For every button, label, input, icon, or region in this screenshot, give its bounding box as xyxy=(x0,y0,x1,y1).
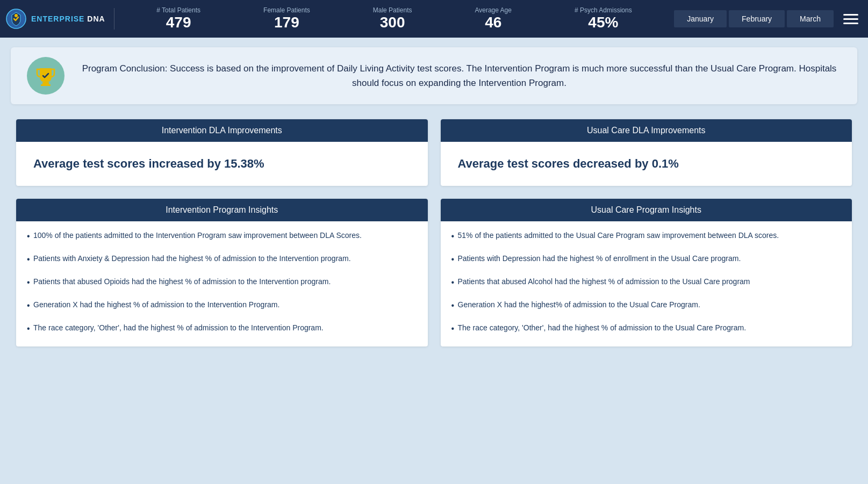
intervention-dla-value: Average test scores increased by 15.38% xyxy=(33,157,411,171)
usual-care-insight-item-5: The race category, 'Other', had the high… xyxy=(451,322,842,334)
nav-buttons: January February March xyxy=(674,10,834,27)
usual-care-insights-header: Usual Care Program Insights xyxy=(441,199,852,221)
header: ENTERPRISE DNA # Total Patients 479 Fema… xyxy=(0,0,868,38)
usual-care-insight-item-4: Generation X had the highest% of admissi… xyxy=(451,299,842,310)
usual-care-dla-value: Average test scores decreased by 0.1% xyxy=(458,157,835,171)
trophy-icon-wrap xyxy=(27,57,64,95)
hamburger-line-3 xyxy=(843,23,858,24)
stat-total-patients: # Total Patients 479 xyxy=(156,6,200,31)
logo-text: ENTERPRISE DNA xyxy=(31,15,105,23)
nav-march-button[interactable]: March xyxy=(787,10,834,27)
svg-rect-3 xyxy=(41,84,51,86)
stat-average-age: Average Age 46 xyxy=(475,6,512,31)
usual-care-dla-card: Usual Care DLA Improvements Average test… xyxy=(441,119,852,186)
stat-psych-admissions: # Psych Admissions 45% xyxy=(575,6,632,31)
hamburger-line-2 xyxy=(843,18,858,20)
intervention-dla-header: Intervention DLA Improvements xyxy=(16,119,428,142)
intervention-insight-item-5: The race category, 'Other', had the high… xyxy=(27,322,417,334)
hamburger-menu-button[interactable] xyxy=(839,10,863,28)
intervention-dla-card: Intervention DLA Improvements Average te… xyxy=(16,119,428,186)
usual-care-dla-header: Usual Care DLA Improvements xyxy=(441,119,852,142)
usual-care-dla-body: Average test scores decreased by 0.1% xyxy=(441,142,852,186)
usual-care-insights-list: 51% of the patients admitted to the Usua… xyxy=(441,221,852,346)
banner-text: Program Conclusion: Success is based on … xyxy=(77,61,841,90)
usual-care-insights-card: Usual Care Program Insights 51% of the p… xyxy=(441,199,852,346)
usual-care-insight-item-3: Patients that abused Alcohol had the hig… xyxy=(451,276,842,287)
nav-february-button[interactable]: February xyxy=(729,10,785,27)
hamburger-line-1 xyxy=(843,14,858,16)
intervention-insights-list: 100% of the patients admitted to the Int… xyxy=(16,221,428,346)
intervention-insight-item-4: Generation X had the highest % of admiss… xyxy=(27,299,417,310)
intervention-insight-item-3: Patients that abused Opioids had the hig… xyxy=(27,276,417,287)
intervention-dla-body: Average test scores increased by 15.38% xyxy=(16,142,428,186)
stats-area: # Total Patients 479 Female Patients 179… xyxy=(114,6,675,31)
intervention-insight-item-1: 100% of the patients admitted to the Int… xyxy=(27,230,417,241)
intervention-insight-item-2: Patients with Anxiety & Depression had t… xyxy=(27,253,417,264)
trophy-icon xyxy=(34,64,58,88)
usual-care-insight-item-1: 51% of the patients admitted to the Usua… xyxy=(451,230,842,241)
intervention-insights-card: Intervention Program Insights 100% of th… xyxy=(16,199,428,346)
svg-point-1 xyxy=(15,14,18,17)
main-content-grid: Intervention DLA Improvements Average te… xyxy=(0,114,868,363)
program-conclusion-banner: Program Conclusion: Success is based on … xyxy=(11,47,857,104)
nav-january-button[interactable]: January xyxy=(674,10,727,27)
shield-icon xyxy=(5,8,27,30)
intervention-insights-header: Intervention Program Insights xyxy=(16,199,428,221)
usual-care-insight-item-2: Patients with Depression had the highest… xyxy=(451,253,842,264)
stat-female-patients: Female Patients 179 xyxy=(263,6,310,31)
stat-male-patients: Male Patients 300 xyxy=(373,6,412,31)
logo-area: ENTERPRISE DNA xyxy=(5,8,114,30)
svg-rect-2 xyxy=(42,82,49,84)
